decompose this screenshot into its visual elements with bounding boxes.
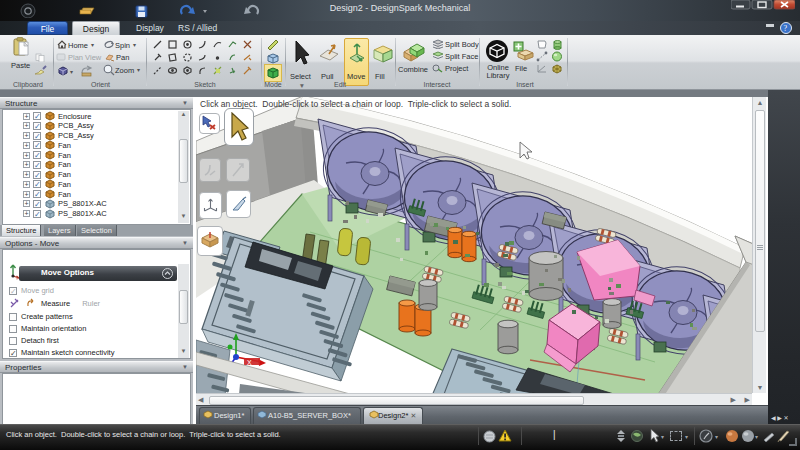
svg-text:?: ? <box>784 24 788 33</box>
svg-text:X: X <box>247 359 252 366</box>
